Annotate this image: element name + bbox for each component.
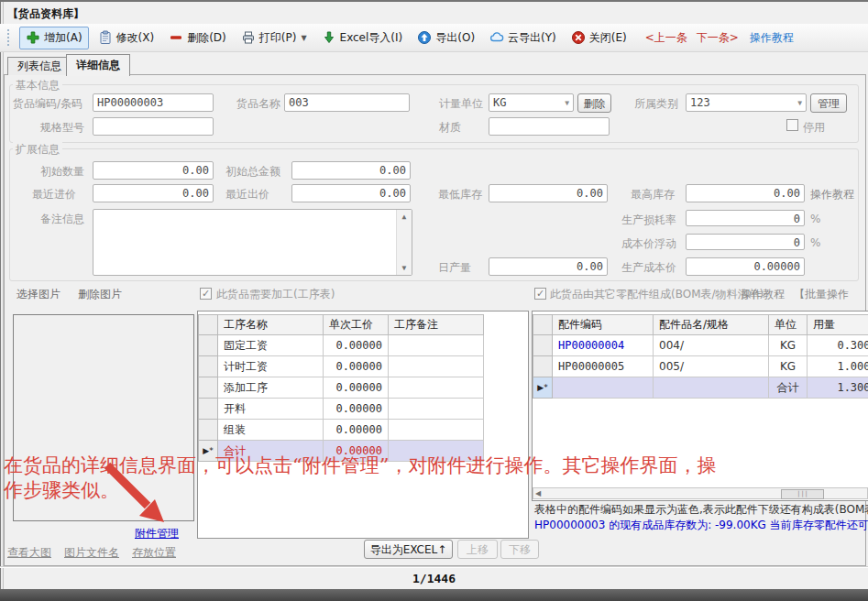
unit-delete-button[interactable]: 删除 [577,93,611,113]
parts-table-header-row: 配件编码 配件品名/规格 单位 用量 [533,315,868,335]
delete-icon [169,30,183,45]
move-up-button[interactable]: 上移 [457,540,498,559]
code-field[interactable]: HP00000003 [93,93,214,112]
col-part-code[interactable]: 配件编码 [553,315,654,335]
export-excel-button[interactable]: 导出为EXCEL↑ [364,540,453,559]
table-row[interactable]: 计时工资 0.00000 [199,356,484,377]
scroll-left-icon[interactable]: ◀ [535,489,541,497]
goods-database-window: 【货品资料库】 增加(A) 修改(X) 删除(D) 打印(P) ▼ Excel导… [0,0,868,601]
scroll-up-icon[interactable]: ▲ [397,213,412,221]
col-part-qty[interactable]: 用量 [808,315,868,335]
category-label: 所属类别 [634,96,678,112]
export-label: 导出(O) [435,30,475,46]
bom-tutorial-link[interactable]: 操作教程 [741,287,785,302]
excel-import-icon [322,30,336,45]
delete-label: 删除(D) [187,30,226,46]
row-marker-icon: ▶* [537,383,547,392]
col-process-name[interactable]: 工序名称 [218,315,324,335]
marker-column-header [533,315,553,335]
loss-rate-field[interactable]: 0 [686,210,805,226]
add-label: 增加(A) [44,30,82,46]
col-unit-price[interactable]: 单次工价 [324,315,389,335]
process-checkbox[interactable]: ✓ [200,288,212,300]
recent-buy-field[interactable]: 0.00 [93,184,214,202]
edit-label: 修改(X) [116,30,155,46]
bom-checkbox[interactable]: ✓ [534,288,546,300]
material-field[interactable] [489,117,610,136]
edit-button[interactable]: 修改(X) [93,27,160,49]
category-select[interactable]: 123 ▼ [686,93,807,112]
table-row[interactable]: 开料 0.00000 [199,399,484,420]
excel-import-label: Excel导入(I) [340,30,403,46]
min-stock-field[interactable]: 0.00 [489,184,608,202]
table-row[interactable]: 添加工序 0.00000 [199,377,484,399]
table-row[interactable]: 固定工资 0.00000 [199,335,484,356]
toolbar-grip[interactable] [7,29,12,46]
loss-rate-label: 生产损耗率 [621,213,676,228]
prod-cost-field[interactable]: 0.00000 [686,257,805,276]
name-field[interactable]: 003 [284,93,410,112]
image-filename-link[interactable]: 图片文件名 [64,545,119,561]
scroll-down-icon[interactable]: ▼ [397,264,412,272]
export-button[interactable]: 导出(O) [412,27,480,49]
batch-operation-link[interactable]: 【批量操作 [794,287,849,302]
toolbar-tutorial-link[interactable]: 操作教程 [750,30,794,46]
remark-textarea[interactable]: ▲ ▼ [93,209,412,276]
table-row[interactable]: HP00000005 005/ KG 1.00000 [533,356,868,377]
check-icon: ✓ [536,288,544,300]
cloud-icon [489,30,504,45]
col-part-spec[interactable]: 配件品名/规格 [654,315,769,335]
add-button[interactable]: 增加(A) [19,27,89,49]
max-stock-field[interactable]: 0.00 [686,184,805,202]
extended-tutorial-link[interactable]: 操作教程 [810,187,854,202]
move-down-button[interactable]: 下移 [500,540,539,559]
disabled-checkbox[interactable] [786,119,798,131]
process-table-header-row: 工序名称 单次工价 工序备注 [199,315,484,335]
parts-table-hscrollbar[interactable]: ◀ ||| [533,487,868,499]
table-row-total[interactable]: ▶* 合计 1.30000 [533,377,868,399]
material-label: 材质 [439,120,461,136]
table-row[interactable]: 组装 0.00000 [199,420,484,441]
hscroll-thumb[interactable]: ||| [781,489,824,499]
view-large-image-link[interactable]: 查看大图 [7,545,51,561]
code-label: 货品编码/条码 [13,96,82,112]
marker-column-header [199,315,218,335]
delete-button[interactable]: 删除(D) [163,27,232,49]
tab-detail-info[interactable]: 详细信息 [66,54,130,76]
print-button[interactable]: 打印(P) ▼ [236,27,313,49]
chevron-down-icon[interactable]: ▼ [565,99,569,107]
daily-output-field[interactable]: 0.00 [489,257,608,276]
init-amount-field[interactable]: 0.00 [291,161,411,180]
cost-float-field[interactable]: 0 [686,234,805,250]
loss-rate-unit: % [810,213,820,225]
parts-table: 配件编码 配件品名/规格 单位 用量 HP00000004 004/ KG 0.… [533,314,868,399]
chevron-down-icon[interactable]: ▼ [301,34,306,42]
print-label: 打印(P) [259,30,297,46]
init-qty-field[interactable]: 0.00 [93,161,214,180]
storage-location-link[interactable]: 存放位置 [132,545,176,561]
bom-checkbox-label: 此货品由其它零配件组成(BOM表/物料清单) [550,287,764,302]
tab-list-info[interactable]: 列表信息 [7,57,71,75]
delete-image-link[interactable]: 删除图片 [78,287,122,302]
next-record-button[interactable]: 下一条> [697,30,739,46]
basic-info-legend: 基本信息 [13,78,62,93]
cloud-export-button[interactable]: 云导出(Y) [484,27,562,49]
spec-field[interactable] [93,117,214,136]
col-process-remark[interactable]: 工序备注 [389,315,484,335]
remark-scrollbar[interactable]: ▲ ▼ [396,210,412,275]
category-manage-button[interactable]: 管理 [810,93,847,113]
prev-record-button[interactable]: <上一条 [645,30,687,46]
daily-output-label: 日产量 [438,260,471,276]
col-part-unit[interactable]: 单位 [769,315,808,335]
edit-icon [98,30,113,45]
chevron-down-icon[interactable]: ▼ [797,99,802,107]
print-icon [241,30,256,45]
unit-select[interactable]: KG ▼ [489,93,574,112]
extended-info-legend: 扩展信息 [13,142,62,158]
excel-import-button[interactable]: Excel导入(I) [316,27,409,49]
recent-sell-field[interactable]: 0.00 [291,184,411,202]
close-button[interactable]: 关闭(E) [566,27,632,49]
table-row[interactable]: HP00000004 004/ KG 0.30000 [533,335,868,356]
unit-label: 计量单位 [439,96,483,112]
select-image-link[interactable]: 选择图片 [16,287,60,302]
